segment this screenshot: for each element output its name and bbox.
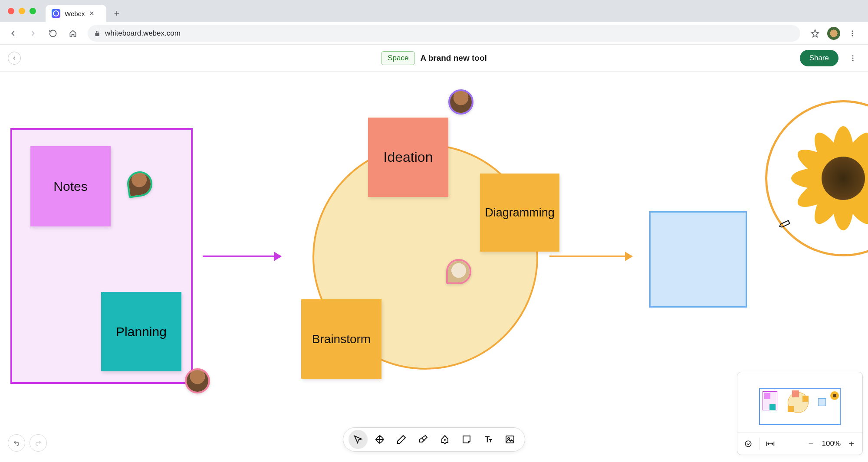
- pen-tool[interactable]: [392, 430, 411, 449]
- shape-tool[interactable]: [435, 430, 454, 449]
- tab-title: Webex: [65, 10, 85, 17]
- svg-point-9: [745, 441, 751, 447]
- webex-favicon-icon: [52, 9, 60, 18]
- svg-point-6: [444, 439, 445, 440]
- minimap-shape: [764, 393, 770, 399]
- minimap-panel: − 100% +: [737, 372, 863, 455]
- bookmark-button[interactable]: [806, 25, 824, 42]
- sunflower-image: [791, 126, 868, 230]
- address-bar[interactable]: whiteboard.webex.com: [88, 25, 800, 42]
- sticky-label: Diagramming: [485, 206, 555, 220]
- browser-toolbar: whiteboard.webex.com: [0, 22, 868, 45]
- sticky-note-diagramming[interactable]: Diagramming: [480, 174, 559, 252]
- minimap-shape: [830, 391, 839, 400]
- nav-back-button[interactable]: [4, 25, 22, 42]
- text-tool[interactable]: [479, 430, 498, 449]
- sticky-note-planning[interactable]: Planning: [101, 292, 181, 371]
- back-button[interactable]: [8, 52, 21, 65]
- sticky-note-tool[interactable]: [457, 430, 476, 449]
- sticky-label: Planning: [116, 324, 167, 339]
- browser-tab-active[interactable]: Webex ✕: [46, 5, 106, 22]
- sticky-label: Notes: [53, 179, 87, 194]
- arrow-connector-purple[interactable]: [203, 256, 281, 257]
- sticky-note-notes[interactable]: Notes: [30, 146, 111, 226]
- image-circle-sunflower[interactable]: [765, 100, 868, 256]
- minimap-shape: [769, 404, 776, 410]
- zoom-level[interactable]: 100%: [822, 439, 841, 448]
- close-tab-icon[interactable]: ✕: [89, 10, 95, 17]
- zoom-menu-button[interactable]: [742, 437, 755, 450]
- nav-forward-button[interactable]: [24, 25, 42, 42]
- zoom-out-button[interactable]: −: [805, 437, 818, 450]
- undo-button[interactable]: [8, 434, 25, 452]
- svg-point-3: [852, 55, 854, 56]
- zoom-controls: − 100% +: [737, 432, 862, 455]
- collaborator-cursor-purple: [448, 89, 473, 115]
- zoom-in-button[interactable]: +: [845, 437, 858, 450]
- undo-redo-controls: [8, 434, 47, 452]
- whiteboard-canvas[interactable]: Notes Planning Ideation Diagramming Brai…: [0, 72, 868, 462]
- sticky-note-brainstorm[interactable]: Brainstorm: [301, 299, 381, 379]
- svg-point-4: [852, 57, 854, 59]
- minimap-shape: [818, 398, 826, 406]
- window-close-button[interactable]: [8, 8, 14, 14]
- collaborator-cursor-pink: [185, 368, 210, 393]
- svg-rect-7: [506, 436, 514, 443]
- rectangle-shape-blue[interactable]: [649, 211, 747, 308]
- space-badge[interactable]: Space: [381, 51, 415, 65]
- divider: [759, 438, 760, 450]
- eraser-tool[interactable]: [414, 430, 433, 449]
- new-tab-button[interactable]: +: [109, 6, 125, 21]
- arrow-connector-orange[interactable]: [549, 256, 632, 257]
- collaborator-cursor-dog: [446, 259, 471, 284]
- image-tool[interactable]: [500, 430, 519, 449]
- window-minimize-button[interactable]: [19, 8, 25, 14]
- url-text: whiteboard.webex.com: [105, 29, 181, 38]
- minimap-shape: [802, 396, 809, 402]
- redo-button[interactable]: [30, 434, 47, 452]
- window-maximize-button[interactable]: [30, 8, 36, 14]
- more-menu-button[interactable]: [845, 51, 860, 66]
- home-button[interactable]: [64, 25, 82, 42]
- app-header: Space A brand new tool Share: [0, 45, 868, 72]
- tool-toolbar: [343, 427, 525, 452]
- sticky-note-ideation[interactable]: Ideation: [368, 118, 448, 197]
- browser-tab-strip: Webex ✕ +: [0, 0, 868, 22]
- profile-avatar[interactable]: [827, 27, 840, 40]
- window-controls: [8, 8, 36, 14]
- browser-menu-button[interactable]: [844, 25, 861, 42]
- minimap-shape: [792, 390, 799, 397]
- lock-icon: [94, 30, 101, 37]
- svg-point-5: [852, 59, 854, 61]
- share-button[interactable]: Share: [800, 50, 838, 66]
- board-title[interactable]: A brand new tool: [420, 53, 487, 63]
- select-tool[interactable]: [349, 430, 368, 449]
- pan-tool[interactable]: [370, 430, 389, 449]
- svg-point-0: [852, 30, 853, 32]
- reload-button[interactable]: [44, 25, 62, 42]
- fit-width-button[interactable]: [764, 437, 777, 450]
- svg-point-2: [852, 35, 853, 36]
- sticky-label: Brainstorm: [312, 332, 371, 346]
- minimap-shape: [788, 406, 794, 412]
- sticky-label: Ideation: [384, 149, 433, 165]
- minimap[interactable]: [737, 372, 862, 432]
- svg-point-1: [852, 33, 853, 34]
